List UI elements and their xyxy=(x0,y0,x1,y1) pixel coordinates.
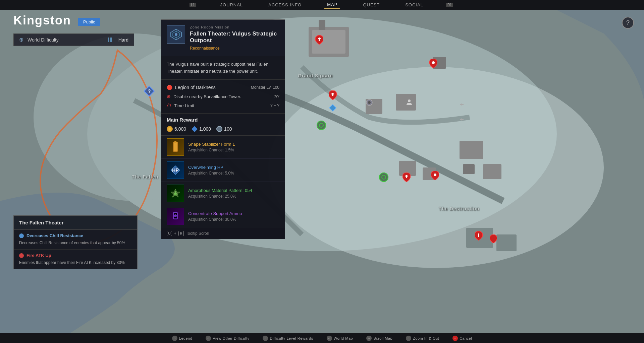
bottom-nav-zoom-label: Zoom In & Out xyxy=(413,336,439,340)
reward-item-info-1: Shape Stabilizer Form 1 Acquisition Chan… xyxy=(188,142,279,152)
svg-point-27 xyxy=(317,121,326,130)
fire-icon xyxy=(19,253,24,258)
legion-icon: 🔴 xyxy=(167,85,172,90)
faction-row: 🔴 Legion of Darkness Monster Lv. 100 xyxy=(167,83,279,92)
reward-item-img-4 xyxy=(167,208,184,225)
map-marker-red-4[interactable] xyxy=(402,173,411,182)
difficulty-bars xyxy=(108,38,112,42)
reward-item-name-3: Amorphous Material Pattern: 054 xyxy=(188,188,279,193)
difficulty-icon: ⊕ xyxy=(19,37,23,43)
obj-icon-1: ⊕ xyxy=(167,94,171,99)
reward-item-name-1: Shape Stabilizer Form 1 xyxy=(188,142,279,147)
nav-badge-r1: R1 xyxy=(446,3,453,7)
xp-icon xyxy=(192,126,198,132)
active-quest-marker[interactable]: ? xyxy=(144,85,155,97)
fallen-theater-tooltip: The Fallen Theater Decreases Chill Resis… xyxy=(13,215,138,269)
tooltip-section-fire: Fire ATK Up Enemies that appear have the… xyxy=(14,250,137,269)
reward-item-img-3 xyxy=(167,185,184,202)
nav-item-quest[interactable]: Quest xyxy=(360,1,382,9)
mission-type: Zone Recon Mission xyxy=(190,25,279,29)
mission-objectives: 🔴 Legion of Darkness Monster Lv. 100 ⊕ D… xyxy=(161,80,285,114)
fire-atk-title: Fire ATK Up xyxy=(19,253,132,258)
map-marker-red-5[interactable] xyxy=(431,171,439,180)
bottom-nav-cancel-label: Cancel xyxy=(460,336,472,340)
svg-point-24 xyxy=(434,174,436,176)
bottom-nav-legend[interactable]: ○ Legend xyxy=(172,336,193,341)
svg-text:?: ? xyxy=(148,88,151,94)
btn-icon-other-diff: ○ xyxy=(206,336,211,341)
bottom-nav-cancel[interactable]: ○ Cancel xyxy=(452,336,472,341)
difficulty-value: Hard xyxy=(118,37,128,43)
btn-icon-world-map: ○ xyxy=(327,336,332,341)
currency-gear: 100 xyxy=(216,126,232,132)
svg-rect-20 xyxy=(331,93,334,94)
tooltip-section-chill: Decreases Chill Resistance Decreases Chi… xyxy=(14,230,137,250)
svg-rect-18 xyxy=(318,38,321,39)
map-marker-green-1[interactable] xyxy=(317,121,326,130)
difficulty-label: World Difficulty xyxy=(28,37,104,43)
tooltip-header: The Fallen Theater xyxy=(14,216,137,230)
svg-point-36 xyxy=(408,99,411,102)
bottom-nav-legend-label: Legend xyxy=(179,336,193,340)
reward-item-1: Shape Stabilizer Form 1 Acquisition Chan… xyxy=(161,136,285,159)
reward-items-list: Shape Stabilizer Form 1 Acquisition Chan… xyxy=(161,136,285,228)
map-marker-blue-diamond[interactable] xyxy=(329,104,337,112)
world-difficulty-bar[interactable]: ⊕ World Difficulty Hard xyxy=(13,33,134,46)
scroll-hint-text: Tooltip Scroll xyxy=(186,231,209,236)
chill-icon xyxy=(19,233,24,238)
bottom-nav-world-map[interactable]: ○ World Map xyxy=(327,336,353,341)
map-marker-person[interactable] xyxy=(406,99,413,106)
chill-resistance-desc: Decreases Chill Resistance of enemies th… xyxy=(19,240,132,246)
nav-badge-l1: L1 xyxy=(190,3,196,7)
svg-point-21 xyxy=(432,61,435,64)
reward-item-info-3: Amorphous Material Pattern: 054 Acquisit… xyxy=(188,188,279,199)
svg-point-38 xyxy=(368,101,371,104)
svg-rect-46 xyxy=(174,142,177,151)
nav-item-map[interactable]: Map xyxy=(324,1,340,9)
bottom-nav-scroll-map[interactable]: ○ Scroll Map xyxy=(366,336,392,341)
top-navigation: L1 Journal Access Info Map Quest Social … xyxy=(0,0,644,10)
mission-panel: Zone Recon Mission Fallen Theater: Vulgu… xyxy=(161,19,285,239)
mission-description: The Vulgus have built a strategic outpos… xyxy=(161,56,285,80)
map-background: ? xyxy=(0,0,644,343)
reward-item-info-4: Concentrate Support Ammo Acquisition Cha… xyxy=(188,211,279,222)
reward-item-info-2: Overwhelming HP Acquisition Chance: 5.0% xyxy=(188,165,279,176)
bottom-nav-other-diff[interactable]: ○ View Other Difficulty xyxy=(206,336,249,341)
nav-item-social[interactable]: Social xyxy=(402,1,426,9)
map-marker-red-1[interactable] xyxy=(315,35,323,45)
red-flag-marker-2[interactable] xyxy=(490,234,497,243)
reward-item-img-1 xyxy=(167,138,184,156)
mission-tag: Reconnaissance xyxy=(190,46,279,51)
gear-icon xyxy=(216,126,222,132)
nav-item-journal[interactable]: Journal xyxy=(217,1,246,9)
bottom-nav-diff-rewards[interactable]: ○ Difficulty Level Rewards xyxy=(263,336,313,341)
reward-item-chance-4: Acquisition Chance: 30.0% xyxy=(188,217,279,222)
objective-row-2: ⏱ Time Limit ? + ? xyxy=(167,101,279,110)
map-marker-red-2[interactable] xyxy=(329,90,337,100)
objective-row-1: ⊕ Disable nearby Surveillance Tower. ?/? xyxy=(167,92,279,101)
red-flag-marker[interactable] xyxy=(475,231,483,241)
map-marker-red-3[interactable] xyxy=(429,59,437,68)
obj-value-1: ?/? xyxy=(274,94,279,99)
gold-amount: 6,000 xyxy=(174,126,186,132)
mission-header: Zone Recon Mission Fallen Theater: Vulgu… xyxy=(161,20,285,56)
help-button[interactable]: ? xyxy=(622,17,634,29)
reward-item-name-2: Overwhelming HP xyxy=(188,165,279,170)
obj-text-2: Time Limit xyxy=(174,103,194,108)
reward-item-name-4: Concentrate Support Ammo xyxy=(188,211,279,216)
obj-icon-2: ⏱ xyxy=(167,103,171,108)
scroll-icon-r: R xyxy=(178,231,184,236)
bottom-nav-world-map-label: World Map xyxy=(334,336,353,340)
bottom-nav-zoom[interactable]: ○ Zoom In & Out xyxy=(406,336,439,341)
map-marker-green-2[interactable] xyxy=(379,173,388,182)
nav-item-access-info[interactable]: Access Info xyxy=(266,1,304,9)
map-marker-gear[interactable] xyxy=(366,99,373,106)
reward-item-4: Concentrate Support Ammo Acquisition Cha… xyxy=(161,205,285,228)
map-marker-gray-2[interactable] xyxy=(460,117,464,122)
svg-rect-14 xyxy=(463,164,475,174)
bottom-nav-scroll-map-label: Scroll Map xyxy=(373,336,392,340)
map-marker-gray-1[interactable] xyxy=(460,102,464,107)
svg-rect-6 xyxy=(319,20,325,30)
faction-name: Legion of Darkness xyxy=(175,85,216,90)
btn-icon-legend: ○ xyxy=(172,336,177,341)
